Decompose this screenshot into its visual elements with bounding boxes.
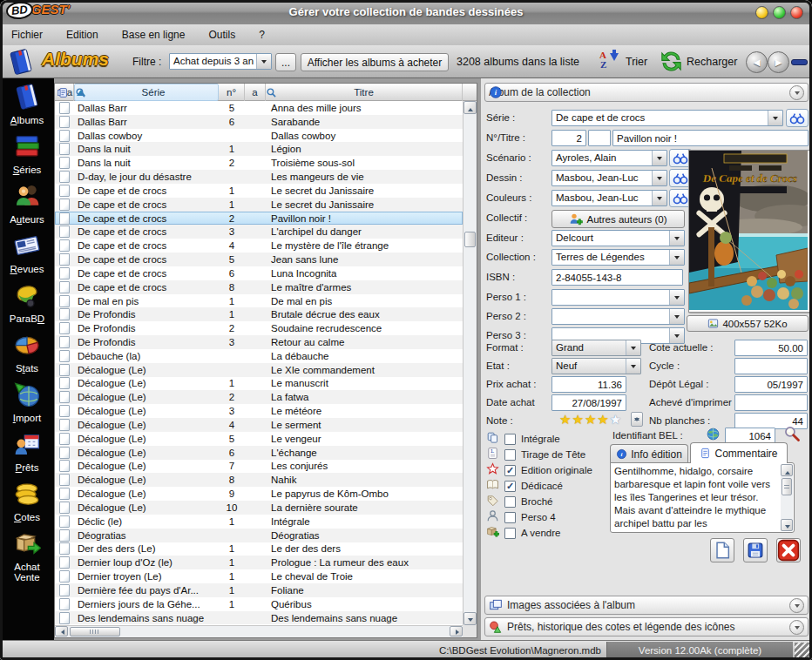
menu-item-0[interactable]: Fichier	[11, 29, 43, 41]
table-row[interactable]: DéogratiasDéogratias	[55, 529, 463, 542]
perso2-select[interactable]	[551, 308, 685, 325]
isbn-input[interactable]	[551, 269, 683, 286]
table-row[interactable]: De Profondis2Soudaine recrudescence	[55, 321, 463, 335]
sidebar-item-series[interactable]: Séries	[13, 132, 42, 175]
sort-button[interactable]: Trier	[626, 56, 647, 68]
table-row[interactable]: Décalogue (Le)Le XIe commandement	[55, 363, 463, 377]
dessin-select[interactable]: Masbou, Jean-Luc	[551, 170, 667, 186]
scroll-down-button[interactable]	[781, 519, 793, 531]
scenario-select[interactable]: Ayroles, Alain	[551, 150, 667, 166]
scroll-down-button[interactable]	[464, 612, 477, 625]
forward-button[interactable]: ▶	[768, 51, 789, 73]
table-row[interactable]: Dallas cowboyDallas cowboy	[55, 129, 463, 143]
checkbox[interactable]: ✓	[504, 465, 516, 476]
table-row[interactable]: De cape et de crocs1Le secret du Janissa…	[55, 198, 463, 212]
horizontal-scrollbar[interactable]	[55, 625, 463, 637]
table-row[interactable]: Dernier loup d'Oz (le)1Prologue : La rum…	[55, 556, 463, 569]
comment-text[interactable]: Gentilhomme, hidalgo, corsaire barbaresq…	[614, 465, 778, 530]
sidebar-item-revues[interactable]: Revues	[10, 232, 44, 274]
note-spinner[interactable]	[631, 412, 643, 427]
table-row[interactable]: De cape et de crocs8Le maître d'armes	[55, 280, 463, 294]
star-icon[interactable]: ★	[572, 413, 584, 426]
table-row[interactable]: De cape et de crocs4Le mystère de l'île …	[55, 239, 463, 253]
table-row[interactable]: De cape et de crocs1Le secret du Janissa…	[55, 184, 463, 198]
sidebar-item-import[interactable]: Import	[13, 381, 42, 423]
table-row[interactable]: Décalogue (Le)10La dernière sourate	[55, 501, 463, 515]
table-row[interactable]: Dallas Barr5Anna des mille jours	[55, 101, 463, 115]
new-album-button[interactable]	[710, 538, 734, 562]
table-row[interactable]: D-day, le jour du désastreLes mangeurs d…	[55, 170, 463, 184]
column-picker-button[interactable]	[55, 84, 69, 101]
magnifier-icon[interactable]	[783, 425, 801, 442]
table-row[interactable]: Dans la nuit1Légion	[55, 142, 463, 156]
table-row[interactable]: De cape et de crocs3L'archipel du danger	[55, 225, 463, 239]
resize-grip[interactable]	[795, 643, 810, 659]
section-prets-historique[interactable]: Prêts, historique des cotes et légende d…	[484, 617, 809, 636]
reload-button[interactable]: Recharger	[687, 56, 737, 68]
filter-select[interactable]: Achat depuis 3 an	[169, 53, 272, 70]
delete-button[interactable]	[776, 538, 801, 562]
serie-select[interactable]: De cape et de crocs	[551, 110, 783, 126]
back-button[interactable]: ◀	[746, 51, 768, 73]
refresh-icon[interactable]	[660, 50, 683, 73]
table-row[interactable]: Décalogue (Le)8Nahik	[55, 473, 463, 487]
album-cover[interactable]: De Cape et de Crocs	[688, 150, 810, 313]
editeur-select[interactable]: Delcourt	[551, 230, 685, 246]
format-select[interactable]: Grand	[551, 340, 641, 356]
note-stars[interactable]: ★★★★★	[559, 413, 622, 426]
table-row[interactable]: De Profondis3Retour au calme	[55, 335, 463, 349]
table-row[interactable]: Dernier troyen (Le)1Le cheval de Troie	[55, 569, 463, 583]
vertical-scrollbar[interactable]	[463, 101, 477, 625]
cote-input[interactable]	[734, 340, 808, 356]
sidebar-item-prets[interactable]: Prêts	[13, 430, 41, 473]
collection-select[interactable]: Terres de Légendes	[551, 249, 685, 266]
sidebar-item-stats[interactable]: Stats	[13, 331, 41, 374]
sort-az-icon[interactable]: AZ	[599, 51, 622, 72]
album-title-input[interactable]	[612, 130, 809, 146]
table-row[interactable]: Décalogue (Le)7Les conjurés	[55, 460, 463, 474]
sidebar-item-albums[interactable]: Albums	[10, 83, 44, 125]
chevron-down-icon[interactable]	[789, 620, 804, 635]
table-row[interactable]: Der des ders (Le)1Le der des ders	[55, 542, 463, 556]
menu-item-3[interactable]: Outils	[208, 29, 235, 41]
couleurs-select[interactable]: Masbou, Jean-Luc	[551, 190, 667, 206]
scroll-up-button[interactable]	[464, 101, 477, 114]
maximize-button[interactable]	[773, 6, 786, 19]
prix-achat-input[interactable]	[551, 376, 626, 393]
table-row[interactable]: De cape et de crocs5Jean sans lune	[55, 253, 463, 266]
checkbox[interactable]	[504, 512, 516, 523]
table-row[interactable]: Décalogue (Le)4Le serment	[55, 418, 463, 432]
menu-item-4[interactable]: ?	[259, 29, 265, 41]
sidebar-item-achat-vente[interactable]: Achat Vente	[0, 529, 54, 583]
scroll-left-button[interactable]	[55, 626, 68, 636]
column-header-serie[interactable]: Série	[74, 84, 219, 101]
filter-browse-button[interactable]: ...	[275, 53, 296, 71]
cycle-input[interactable]	[734, 358, 808, 374]
section-images[interactable]: Images associées à l'album	[484, 596, 809, 615]
show-albums-to-buy-button[interactable]: Afficher les albums à acheter	[301, 53, 449, 71]
sidebar-item-cotes[interactable]: Cotes	[13, 480, 41, 522]
table-row[interactable]: Décalogue (Le)6L'échange	[55, 446, 463, 460]
save-button[interactable]	[743, 538, 768, 562]
date-achat-input[interactable]	[551, 394, 626, 411]
cover-size-button[interactable]: 400x557 52Ko	[687, 315, 809, 332]
close-button[interactable]	[790, 6, 803, 19]
collapse-toolbar-button[interactable]	[791, 59, 808, 65]
chevron-down-icon[interactable]	[789, 598, 804, 613]
star-icon[interactable]: ★	[585, 413, 597, 426]
album-number-input[interactable]	[551, 130, 586, 146]
scroll-thumb[interactable]	[782, 478, 792, 495]
star-icon[interactable]: ★	[610, 413, 622, 426]
table-row[interactable]: Décalogue (Le)1Le manuscrit	[55, 377, 463, 391]
scroll-right-button[interactable]	[450, 626, 463, 636]
checkbox[interactable]	[504, 496, 516, 508]
table-row[interactable]: Derniers jours de la Géhe...1Quéribus	[55, 597, 463, 611]
scroll-up-button[interactable]	[781, 464, 793, 476]
column-header-a[interactable]: a	[245, 84, 266, 101]
chevron-down-icon[interactable]	[789, 85, 804, 100]
column-header-titre[interactable]: Titre	[266, 84, 463, 101]
star-icon[interactable]: ★	[597, 413, 609, 426]
table-row[interactable]: Décalogue (Le)5Le vengeur	[55, 432, 463, 446]
binoculars-icon[interactable]	[786, 109, 809, 127]
table-row[interactable]: De cape et de crocs2Pavillon noir !	[55, 212, 463, 226]
